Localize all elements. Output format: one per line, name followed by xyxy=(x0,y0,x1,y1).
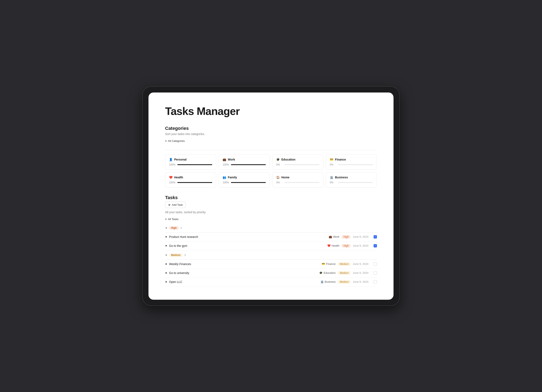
task-meta: 🎓 Education Medium June 9, 2024 xyxy=(319,271,377,275)
category-name: Personal xyxy=(174,158,186,161)
category-pct: 100% xyxy=(169,163,176,166)
task-category-icon: 💼 xyxy=(329,235,332,238)
task-category-icon: ❤️ xyxy=(327,244,331,247)
task-priority-badge: Medium xyxy=(338,280,351,284)
business-icon: 🏛️ xyxy=(330,176,333,179)
task-checkbox[interactable] xyxy=(374,280,377,284)
task-checkbox[interactable]: ✓ xyxy=(374,244,377,247)
task-date: June 9, 2024 xyxy=(353,244,372,247)
progress-bar-fill xyxy=(231,164,266,165)
category-card-health[interactable]: ❤️ Health 100% xyxy=(165,172,216,187)
task-label: Go to the gym xyxy=(169,244,187,247)
task-category: 🏛️ Business xyxy=(320,280,336,283)
task-name: ➤ Product Hunt research xyxy=(165,235,198,238)
tasks-subtitle: All your tasks, sorted by priority. xyxy=(165,211,377,214)
task-category: 💼 Work xyxy=(329,235,339,238)
progress-bar-bg xyxy=(177,182,212,183)
category-name: Health xyxy=(174,176,183,179)
task-meta: ❤️ Health High June 9, 2024 ✓ xyxy=(327,244,377,248)
task-category-label: Work xyxy=(333,235,339,238)
task-checkbox[interactable] xyxy=(374,262,377,266)
tasks-section: Tasks ⊕ Add Task All your tasks, sorted … xyxy=(165,195,377,286)
priority-badge-medium: Medium xyxy=(169,253,183,257)
task-category-label: Education xyxy=(324,271,336,274)
task-row: ➤ Go to university 🎓 Education Medium Ju… xyxy=(165,269,377,277)
priority-group-high: ▼ High 2 ➤ Product Hunt research 💼 Work … xyxy=(165,224,377,250)
task-meta: 🏛️ Business Medium June 9, 2024 xyxy=(320,280,377,284)
task-row: ➤ Open LLC 🏛️ Business Medium June 9, 20… xyxy=(165,277,377,286)
task-label: Go to university xyxy=(169,271,189,275)
task-priority-badge: Medium xyxy=(338,271,351,275)
task-row: ➤ Product Hunt research 💼 Work High June… xyxy=(165,233,377,241)
all-categories-button[interactable]: ≡ All Categories xyxy=(165,139,185,143)
task-category-icon: 🎓 xyxy=(319,271,323,274)
person-icon: 👤 xyxy=(169,158,173,161)
task-arrow-icon: ➤ xyxy=(165,235,167,238)
all-tasks-button[interactable]: ≡ All Tasks xyxy=(165,217,179,221)
plus-icon: ⊕ xyxy=(168,203,170,206)
task-date: June 9, 2024 xyxy=(353,235,372,238)
task-category-label: Business xyxy=(325,280,336,283)
task-date: June 9, 2024 xyxy=(353,262,372,265)
task-date: June 9, 2024 xyxy=(353,280,372,283)
task-name: ➤ Go to university xyxy=(165,271,189,275)
briefcase-icon: 💼 xyxy=(223,158,226,161)
progress-bar-bg xyxy=(231,182,266,183)
category-pct: 0% xyxy=(276,181,283,184)
task-checkbox[interactable] xyxy=(374,271,377,275)
category-card-home[interactable]: 🏠 Home 0% xyxy=(272,172,323,187)
finance-icon: 💳 xyxy=(330,158,333,161)
task-category: 🎓 Education xyxy=(319,271,336,274)
add-task-button[interactable]: ⊕ Add Task xyxy=(165,201,186,208)
progress-bar-bg xyxy=(338,182,373,183)
category-pct: 0% xyxy=(330,181,336,184)
categories-subtitle: Sort your tasks into categories. xyxy=(165,132,377,136)
task-label: Product Hunt research xyxy=(169,235,198,238)
task-row: ➤ Go to the gym ❤️ Health High June 9, 2… xyxy=(165,241,377,250)
category-card-business[interactable]: 🏛️ Business 0% xyxy=(326,172,377,187)
task-checkbox[interactable]: ✓ xyxy=(374,235,377,238)
task-row: ➤ Weekly Finances 💳 Finance Medium June … xyxy=(165,260,377,269)
task-date: June 9, 2024 xyxy=(353,271,372,274)
progress-bar-fill xyxy=(177,164,212,165)
category-card-personal[interactable]: 👤 Personal 100% xyxy=(165,154,216,170)
task-priority-badge: Medium xyxy=(338,262,351,266)
task-label: Weekly Finances xyxy=(169,262,191,266)
task-category: 💳 Finance xyxy=(322,262,336,265)
category-pct: 0% xyxy=(330,163,336,166)
priority-group-header-medium[interactable]: ▼ Medium 3 xyxy=(165,251,377,259)
task-name: ➤ Open LLC xyxy=(165,280,182,284)
home-icon: 🏠 xyxy=(276,176,280,179)
task-priority-badge: High xyxy=(341,235,351,239)
progress-bar-bg xyxy=(177,164,212,165)
family-icon: 👥 xyxy=(223,176,226,179)
chevron-icon: ▼ xyxy=(165,227,167,229)
category-card-work[interactable]: 💼 Work 100% xyxy=(219,154,270,170)
heart-icon: ❤️ xyxy=(169,176,173,179)
task-arrow-icon: ➤ xyxy=(165,244,167,247)
screen: Tasks Manager Categories Sort your tasks… xyxy=(148,92,394,300)
category-pct: 100% xyxy=(223,181,229,184)
task-category-label: Finance xyxy=(326,262,336,265)
category-card-family[interactable]: 👥 Family 100% xyxy=(219,172,270,187)
task-name: ➤ Go to the gym xyxy=(165,244,187,247)
category-pct: 100% xyxy=(169,181,176,184)
categories-title: Categories xyxy=(165,126,377,131)
categories-grid: 👤 Personal 100% 💼 Work 100% 🎓 Education … xyxy=(165,154,377,187)
tasks-title: Tasks xyxy=(165,195,377,200)
device-frame: Tasks Manager Categories Sort your tasks… xyxy=(142,86,400,306)
priority-count: 3 xyxy=(184,254,186,257)
category-name: Education xyxy=(281,158,296,161)
category-card-finance[interactable]: 💳 Finance 0% xyxy=(326,154,377,170)
filter-tasks-icon: ≡ xyxy=(165,217,167,221)
category-name: Family xyxy=(228,176,237,179)
task-category-icon: 🏛️ xyxy=(320,280,324,283)
task-meta: 💼 Work High June 9, 2024 ✓ xyxy=(329,235,377,239)
category-name: Business xyxy=(335,176,348,179)
category-card-education[interactable]: 🎓 Education 0% xyxy=(272,154,323,170)
priority-group-header-high[interactable]: ▼ High 2 xyxy=(165,224,377,232)
categories-divider xyxy=(165,150,377,150)
task-meta: 💳 Finance Medium June 9, 2024 xyxy=(322,262,377,266)
task-category-label: Health xyxy=(332,244,340,247)
progress-bar-fill xyxy=(177,182,212,183)
